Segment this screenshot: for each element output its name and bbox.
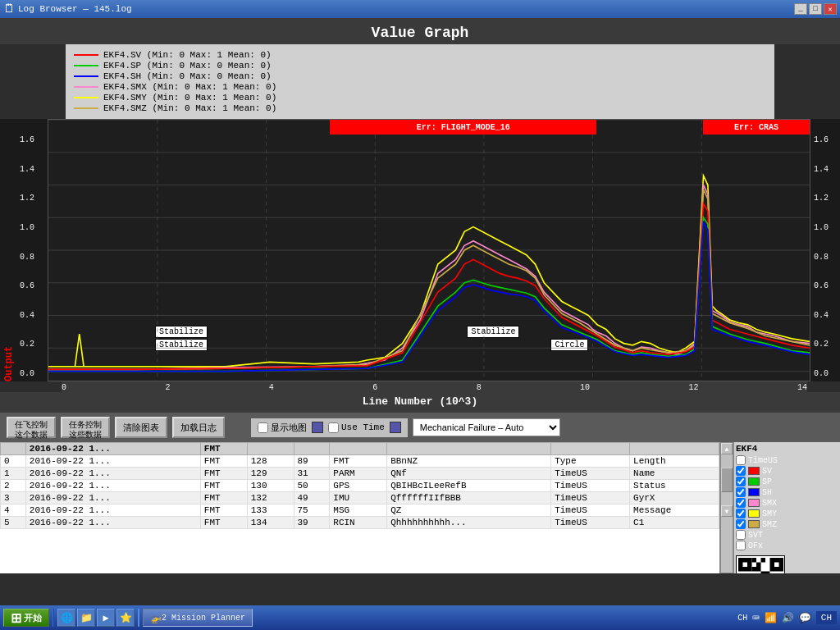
smz-color [748, 520, 760, 528]
title-bar: 🗒 Log Browser — 145.log _ □ ✕ [0, 0, 840, 18]
error-bar-crash: Err: CRAS [703, 120, 810, 135]
svg-rect-16 [742, 562, 747, 567]
close-button[interactable]: ✕ [824, 3, 837, 15]
timeus-checkbox[interactable] [736, 455, 746, 465]
minimize-button[interactable]: _ [794, 3, 807, 15]
table-row[interactable]: 4 2016-09-22 1... FMT 133 75 MSG QZ Time… [1, 504, 719, 517]
graph-plot[interactable]: Err: FLIGHT_MODE_16 Err: CRAS Stabilize … [48, 119, 810, 381]
smy-color [748, 509, 760, 518]
x-axis-label: Line Number (10^3) [0, 392, 840, 413]
controls-bar: 任飞控制这个数据 任务控制这些数据 清除图表 加载日志 显示地图 Use Tim… [0, 413, 840, 442]
fly-control-button[interactable]: 任飞控制这个数据 [7, 417, 56, 438]
data-table: 2016-09-22 1... FMT 0 2016-09-22 1... FM… [0, 442, 720, 573]
ie-icon[interactable]: 🌐 [57, 609, 75, 627]
map-color-swatch [312, 422, 323, 433]
col-f [630, 443, 719, 455]
svg-rect-21 [751, 558, 756, 563]
col-b [294, 443, 330, 455]
sh-checkbox[interactable] [736, 487, 746, 497]
right-panel-header: EKF4 [736, 444, 757, 454]
table-row[interactable]: 2 2016-09-22 1... FMT 130 50 GPS QBIHBcI… [1, 480, 719, 492]
svg-rect-22 [760, 558, 765, 563]
table-row[interactable]: 1 2016-09-22 1... FMT 129 31 PARM QNf Ti… [1, 468, 719, 480]
mission-control-button[interactable]: 任务控制这些数据 [61, 417, 110, 438]
smz-checkbox[interactable] [736, 519, 746, 529]
taskbar-network-icon: 📶 [765, 612, 777, 624]
y-axis-label: Output [0, 119, 18, 381]
checkbox-area: 显示地图 Use Time [251, 418, 408, 437]
svt-checkbox[interactable] [736, 530, 746, 540]
smy-checkbox[interactable] [736, 509, 746, 518]
show-map-checkbox[interactable] [258, 422, 268, 433]
legend-item-sh: EKF4.SH (Min: 0 Max: 0 Mean: 0) [74, 71, 766, 81]
svg-rect-24 [751, 567, 760, 572]
load-log-button[interactable]: 加载日志 [172, 417, 225, 438]
smx-color [748, 499, 760, 507]
taskbar-mission-planner[interactable]: 🚁 2 Mission Planner [143, 609, 253, 627]
y-scale-right: 1.6 1.4 1.2 1.0 0.8 0.6 0.4 0.2 0.0 [810, 119, 840, 381]
table-header-row: 2016-09-22 1... FMT [1, 443, 719, 455]
table-scrollbar[interactable]: ▲ ▼ [720, 442, 733, 573]
media-icon[interactable]: ▶ [97, 609, 115, 627]
taskbar-balloon-icon: 💬 [799, 612, 811, 624]
legend-item-smz: EKF4.SMZ (Min: 0 Max: 1 Mean: 0) [74, 103, 766, 113]
right-panel: EKF4 TimeUS SV SP SH SMX SM [733, 442, 840, 573]
taskbar-right: CH ⌨ 📶 🔊 💬 CH [737, 611, 837, 625]
taskbar: ⊞ 开始 🌐 📁 ▶ ⭐ 🚁 2 Mission Planner CH ⌨ 📶 … [0, 605, 840, 630]
graph-title: Value Graph [0, 18, 840, 44]
taskbar-keyboard-icon: ⌨ [752, 611, 759, 625]
graph-svg [48, 120, 810, 381]
table-row[interactable]: 5 2016-09-22 1... FMT 134 39 RCIN Qhhhhh… [1, 517, 719, 529]
right-panel-ekf4-row: EKF4 [736, 444, 838, 454]
window-title: Log Browser — 145.log [18, 4, 132, 14]
table-section: 2016-09-22 1... FMT 0 2016-09-22 1... FM… [0, 442, 840, 573]
sh-color [748, 488, 760, 496]
table-row[interactable]: 3 2016-09-22 1... FMT 132 49 IMU Qffffff… [1, 492, 719, 504]
right-panel-time: TimeUS [736, 455, 838, 465]
right-panel-smz: SMZ [736, 519, 838, 529]
error-bar-flight-mode: Err: FLIGHT_MODE_16 [330, 120, 596, 135]
taskbar-divider [52, 609, 54, 627]
taskbar-clock: CH [816, 611, 837, 624]
col-c [330, 443, 387, 455]
folder-icon[interactable]: 📁 [77, 609, 95, 627]
col-a [247, 443, 294, 455]
right-panel-sp: SP [736, 477, 838, 486]
legend-color-smz [74, 107, 98, 109]
legend-item-smx: EKF4.SMX (Min: 0 Max: 1 Mean: 0) [74, 82, 766, 92]
table-row[interactable]: 0 2016-09-22 1... FMT 128 89 FMT BBnNZ T… [1, 455, 719, 468]
use-time-label[interactable]: Use Time [328, 422, 385, 433]
taskbar-volume-icon: 🔊 [782, 612, 794, 624]
legend-item-smy: EKF4.SMY (Min: 0 Max: 1 Mean: 0) [74, 93, 766, 103]
clear-graph-button[interactable]: 清除图表 [115, 417, 167, 438]
sp-checkbox[interactable] [736, 477, 746, 486]
sv-color [748, 467, 760, 475]
legend-color-sv [74, 54, 98, 56]
legend-color-smx [74, 86, 98, 88]
svg-rect-25 [760, 571, 769, 573]
use-time-checkbox[interactable] [328, 422, 339, 433]
smx-checkbox[interactable] [736, 498, 746, 508]
scroll-thumb[interactable] [721, 468, 733, 492]
col-timestamp: 2016-09-22 1... [25, 443, 200, 455]
sv-checkbox[interactable] [736, 466, 746, 476]
star-icon[interactable]: ⭐ [116, 609, 135, 627]
right-panel-smx: SMX [736, 498, 838, 508]
time-color-swatch [390, 422, 401, 433]
ofx-checkbox[interactable] [736, 541, 746, 550]
right-panel-smy: SMY [736, 509, 838, 518]
col-d [387, 443, 551, 455]
right-panel-svt: SVT [736, 530, 838, 540]
mode-dropdown[interactable]: Mechanical Failure – Auto Manual Auto [413, 418, 560, 436]
start-button[interactable]: ⊞ 开始 [3, 609, 49, 627]
col-index [1, 443, 26, 455]
qr-code [736, 555, 785, 573]
scroll-up-arrow[interactable]: ▲ [721, 443, 733, 454]
right-panel-sh: SH [736, 487, 838, 497]
maximize-button[interactable]: □ [809, 3, 822, 15]
show-map-label[interactable]: 显示地图 [258, 422, 307, 434]
right-panel-sv: SV [736, 466, 838, 476]
y-scale-left: 1.6 1.4 1.2 1.0 0.8 0.6 0.4 0.2 0.0 [18, 119, 48, 381]
log-table: 2016-09-22 1... FMT 0 2016-09-22 1... FM… [0, 442, 719, 529]
scroll-down-arrow[interactable]: ▼ [721, 505, 733, 517]
